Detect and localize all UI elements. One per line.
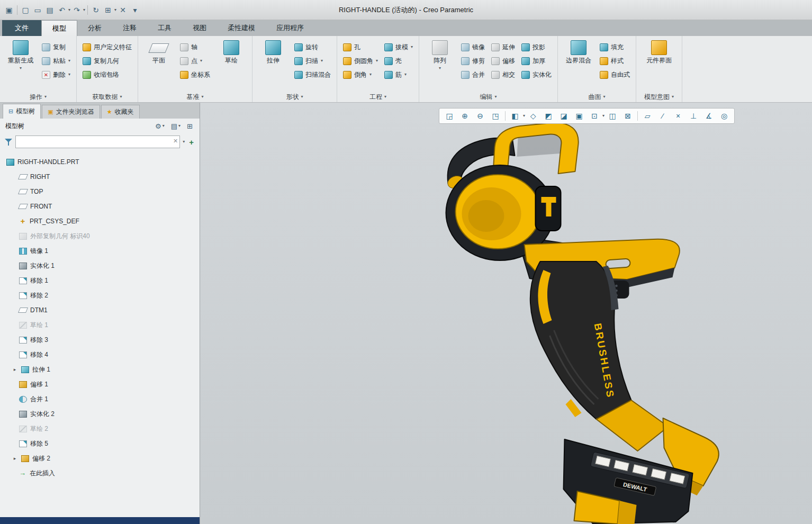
group-label-datum[interactable]: 基准▾	[138, 92, 252, 102]
spin-center-icon[interactable]: ◎	[717, 110, 732, 122]
chamfer-button[interactable]: 倒角▾	[341, 69, 380, 80]
project-button[interactable]: 投影	[520, 41, 553, 53]
tree-item-insert-here[interactable]: 在此插入	[0, 466, 200, 481]
shell-button[interactable]: 壳	[383, 55, 414, 67]
customize-icon[interactable]: ▾	[129, 4, 141, 16]
freestyle-button[interactable]: 自由式	[598, 69, 631, 80]
tree-item[interactable]: 移除 2	[0, 288, 200, 303]
appearances-icon[interactable]: ◪	[556, 110, 571, 122]
tree-item[interactable]: PRT_CSYS_DEF	[0, 214, 200, 229]
tree-item[interactable]: 偏移 1	[0, 377, 200, 392]
point-button[interactable]: 点▾	[178, 55, 212, 67]
group-label-surfaces[interactable]: 曲面▾	[558, 92, 636, 102]
group-label-model-intent[interactable]: 模型意图▾	[636, 92, 682, 102]
tree-item[interactable]: ▸拉伸 1	[0, 362, 200, 377]
tree-item[interactable]: 实体化 1	[0, 258, 200, 273]
display-style-icon[interactable]: ◧	[508, 110, 522, 122]
tree-item[interactable]: 移除 4	[0, 347, 200, 362]
chevron-down-icon[interactable]: ▾	[523, 114, 525, 118]
group-label-editing[interactable]: 编辑▾	[419, 92, 557, 102]
round-button[interactable]: 倒圆角▾	[341, 55, 380, 67]
tree-item[interactable]: 镜像 1	[0, 243, 200, 258]
zoom-out-icon[interactable]: ⊖	[473, 110, 488, 122]
plane-button[interactable]: 平面	[142, 38, 175, 65]
tree-settings-icon[interactable]: ⚙▾	[154, 122, 166, 130]
expand-icon[interactable]: ▸	[12, 367, 18, 372]
mirror-button[interactable]: 镜像	[459, 41, 486, 53]
zoom-in-icon[interactable]: ⊕	[457, 110, 472, 122]
tab-applications[interactable]: 应用程序	[266, 20, 314, 36]
close-window-icon[interactable]: ✕	[117, 4, 129, 16]
tree-item[interactable]: 外部复制几何 标识40	[0, 229, 200, 243]
tree-item[interactable]: 移除 1	[0, 273, 200, 288]
new-file-icon[interactable]: ▢	[20, 4, 31, 16]
annotation-display-icon[interactable]: ∡	[701, 110, 716, 122]
hole-button[interactable]: 孔	[341, 41, 380, 53]
tab-analysis[interactable]: 分析	[77, 20, 112, 36]
zoom-region-icon[interactable]: ◲	[442, 110, 457, 122]
tree-item[interactable]: 合并 1	[0, 392, 200, 406]
shade-with-edges-icon[interactable]: ◩	[541, 110, 556, 122]
draft-button[interactable]: 拔模▾	[383, 41, 414, 53]
tab-annotate[interactable]: 注释	[112, 20, 147, 36]
sweep-button[interactable]: 扫描▾	[293, 55, 332, 67]
chevron-down-icon[interactable]: ▾	[83, 8, 85, 12]
tree-display-icon[interactable]: ▤▾	[169, 122, 182, 130]
rib-button[interactable]: 筋▾	[383, 69, 414, 80]
tree-item[interactable]: RIGHT	[0, 169, 200, 184]
fill-button[interactable]: 填充	[598, 41, 631, 53]
shrinkwrap-button[interactable]: 收缩包络	[81, 69, 133, 80]
chevron-down-icon[interactable]: ▾	[602, 114, 605, 118]
tree-item[interactable]: TOP	[0, 184, 200, 199]
revolve-button[interactable]: 旋转	[293, 41, 332, 53]
sketch-button[interactable]: 草绘	[215, 38, 248, 65]
tree-item[interactable]: 草绘 2	[0, 421, 200, 436]
tab-flexible-modeling[interactable]: 柔性建模	[217, 20, 266, 36]
udf-button[interactable]: 用户定义特征	[81, 41, 133, 53]
style-button[interactable]: 样式	[598, 55, 631, 67]
model-viewport[interactable]: BRUSHLESS DEWALT	[200, 103, 812, 524]
pattern-button[interactable]: 阵列 ▾	[423, 38, 456, 70]
tree-item[interactable]: RIGHT-HANDLE.PRT	[0, 155, 200, 169]
graphics-area[interactable]: ◲ ⊕ ⊖ ◳ ◧ ▾ ◇ ◩ ◪ ▣ ⊡ ▾ ◫ ⊠ ▱ ∕ × ⊥ ∡ ◎	[200, 103, 812, 524]
filter-icon[interactable]	[4, 138, 13, 146]
swept-blend-button[interactable]: 扫描混合	[293, 69, 332, 80]
chevron-down-icon[interactable]: ▾	[114, 8, 116, 12]
save-icon[interactable]: ▤	[44, 4, 56, 16]
plane-display-icon[interactable]: ▱	[640, 110, 655, 122]
chevron-down-icon[interactable]: ▾	[68, 8, 70, 12]
component-interface-button[interactable]: 元件界面	[640, 38, 678, 65]
undo-icon[interactable]: ↶	[56, 4, 68, 16]
tree-item[interactable]: FRONT	[0, 199, 200, 214]
tree-filter-input[interactable]	[15, 135, 180, 148]
tree-item[interactable]: ▸偏移 2	[0, 451, 200, 466]
add-filter-icon[interactable]: +	[187, 138, 195, 147]
chevron-down-icon[interactable]: ▾	[183, 140, 185, 144]
thicken-button[interactable]: 加厚	[520, 55, 553, 67]
tab-favorites[interactable]: ★ 收藏夹	[101, 105, 140, 119]
collapse-all-icon[interactable]: ⊞	[185, 122, 194, 130]
tab-model[interactable]: 模型	[41, 20, 77, 36]
tab-folder-browser[interactable]: ▣ 文件夹浏览器	[42, 105, 100, 119]
redo-icon[interactable]: ↷	[71, 4, 83, 16]
perspective-icon[interactable]: ◇	[526, 110, 540, 122]
group-label-shapes[interactable]: 形状▾	[252, 92, 337, 102]
refit-icon[interactable]: ⊠	[620, 110, 635, 122]
group-label-get-data[interactable]: 获取数据▾	[77, 92, 138, 102]
copy-geometry-button[interactable]: 复制几何	[81, 55, 133, 67]
tree-item[interactable]: 草绘 1	[0, 318, 200, 332]
regenerate-quick-icon[interactable]: ↻	[90, 4, 102, 16]
paste-button[interactable]: 粘贴▾	[40, 55, 72, 67]
repaint-icon[interactable]: ◳	[488, 110, 503, 122]
boundary-blend-button[interactable]: 边界混合	[562, 38, 595, 65]
solidify-button[interactable]: 实体化	[520, 69, 553, 80]
tab-model-tree[interactable]: ⊟ 模型树	[3, 104, 41, 119]
tree-item[interactable]: 实体化 2	[0, 406, 200, 421]
group-label-operations[interactable]: 操作▾	[0, 92, 76, 102]
tree-item[interactable]: 移除 3	[0, 332, 200, 347]
window-icon[interactable]: ▣	[3, 4, 15, 16]
group-label-engineering[interactable]: 工程▾	[337, 92, 419, 102]
tab-view[interactable]: 视图	[182, 20, 217, 36]
axis-button[interactable]: 轴	[178, 41, 212, 53]
capture-icon[interactable]: ▣	[572, 110, 587, 122]
